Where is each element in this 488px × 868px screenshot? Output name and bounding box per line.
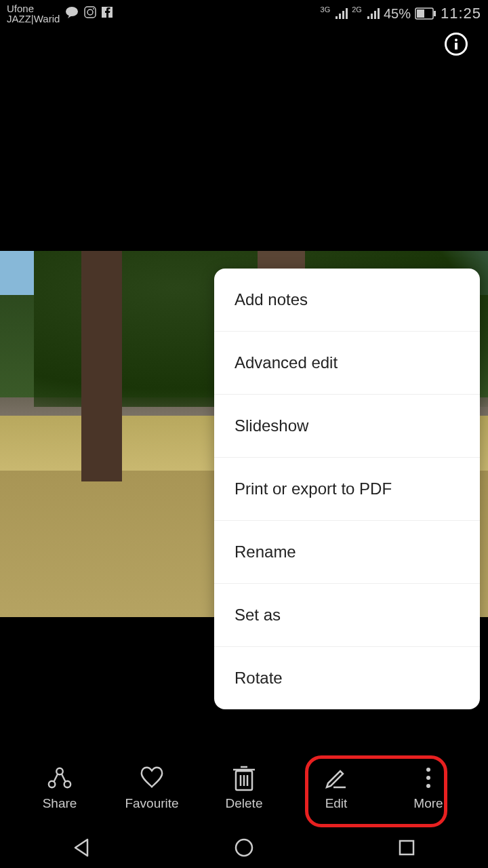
chat-icon (65, 6, 79, 22)
svg-rect-34 (400, 841, 413, 854)
svg-rect-8 (346, 8, 348, 19)
menu-item-rename[interactable]: Rename (214, 521, 480, 584)
favourite-button[interactable]: Favourite (111, 765, 192, 811)
back-button[interactable] (70, 837, 92, 859)
favourite-label: Favourite (125, 796, 178, 811)
battery-percent: 45% (384, 6, 411, 22)
svg-point-0 (66, 7, 78, 16)
facebook-icon (102, 7, 113, 21)
bottom-toolbar: Share Favourite Delete Edit More (0, 754, 488, 822)
svg-point-20 (64, 781, 71, 788)
delete-button[interactable]: Delete (203, 765, 285, 811)
system-nav-bar (0, 827, 488, 868)
edit-button[interactable]: Edit (296, 765, 377, 811)
svg-rect-11 (374, 11, 376, 19)
svg-point-33 (236, 840, 252, 856)
svg-rect-14 (417, 9, 424, 18)
menu-item-print-export[interactable]: Print or export to PDF (214, 458, 480, 521)
svg-point-30 (426, 768, 430, 772)
share-button[interactable]: Share (19, 765, 100, 811)
top-actions (445, 33, 468, 56)
menu-item-slideshow[interactable]: Slideshow (214, 395, 480, 458)
svg-point-19 (56, 768, 63, 775)
svg-point-3 (93, 8, 94, 9)
battery-icon (415, 7, 436, 20)
more-menu-popup: Add notes Advanced edit Slideshow Print … (214, 269, 480, 709)
edit-icon (323, 765, 349, 791)
carrier-1: Ufone (7, 3, 60, 14)
svg-rect-10 (371, 14, 373, 19)
carrier-2: JAZZ|Warid (7, 14, 60, 24)
svg-line-22 (62, 774, 66, 781)
heart-icon (139, 765, 165, 791)
svg-rect-6 (339, 14, 341, 19)
home-button[interactable] (233, 837, 255, 859)
svg-rect-17 (455, 43, 458, 50)
signal-icon-1 (336, 8, 348, 19)
clock: 11:25 (441, 5, 481, 22)
svg-point-31 (426, 776, 430, 780)
menu-item-set-as[interactable]: Set as (214, 584, 480, 647)
svg-rect-15 (434, 11, 436, 16)
network-2-label: 2G (352, 5, 362, 14)
delete-label: Delete (226, 796, 263, 811)
trash-icon (231, 765, 257, 791)
svg-point-32 (426, 784, 430, 788)
share-label: Share (43, 796, 77, 811)
status-right: 3G 2G 45% 11:25 (321, 5, 481, 22)
svg-rect-9 (367, 16, 369, 19)
recent-button[interactable] (396, 837, 418, 859)
menu-item-rotate[interactable]: Rotate (214, 647, 480, 709)
menu-item-add-notes[interactable]: Add notes (214, 269, 480, 332)
instagram-icon (84, 6, 96, 22)
more-label: More (413, 796, 443, 811)
svg-point-18 (49, 781, 56, 788)
svg-line-21 (54, 774, 58, 781)
status-left: Ufone JAZZ|Warid (7, 3, 113, 24)
signal-icon-2 (367, 8, 380, 19)
info-icon[interactable] (445, 33, 468, 56)
more-icon (415, 765, 441, 791)
svg-point-2 (87, 9, 93, 15)
network-1-label: 3G (321, 5, 331, 14)
more-button[interactable]: More (388, 765, 469, 811)
svg-rect-5 (336, 16, 338, 19)
share-icon (47, 765, 73, 791)
menu-item-advanced-edit[interactable]: Advanced edit (214, 332, 480, 395)
svg-point-16 (455, 39, 458, 41)
status-bar: Ufone JAZZ|Warid 3G 2G 45% 11:25 (0, 0, 488, 27)
svg-rect-12 (378, 8, 380, 19)
edit-label: Edit (325, 796, 348, 811)
svg-rect-7 (342, 11, 344, 19)
